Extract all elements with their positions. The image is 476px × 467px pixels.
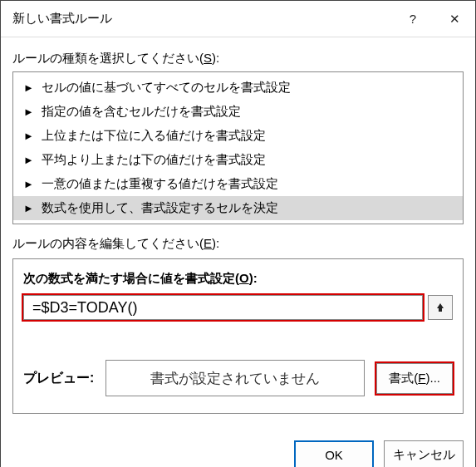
arrow-icon: ► — [23, 178, 35, 190]
format-btn-key: F — [418, 371, 425, 385]
formula-input-wrap — [23, 295, 423, 320]
cancel-button[interactable]: キャンセル — [384, 440, 464, 467]
rule-type-label: 平均より上または下の値だけを書式設定 — [42, 152, 266, 168]
format-btn-pre: 書式( — [389, 371, 418, 385]
collapse-dialog-button[interactable] — [428, 295, 453, 320]
arrow-icon: ► — [23, 81, 35, 94]
format-button[interactable]: 書式(F)... — [376, 363, 453, 394]
rule-type-label: 上位または下位に入る値だけを書式設定 — [42, 128, 266, 144]
rule-type-label-post: ): — [212, 51, 219, 65]
formula-label-key: O — [239, 271, 249, 285]
rule-edit-label-pre: ルールの内容を編集してください( — [12, 236, 204, 250]
rule-edit-label-key: E — [204, 236, 212, 250]
preview-label: プレビュー: — [23, 370, 94, 387]
format-btn-post: )... — [426, 371, 441, 385]
window-title: 新しい書式ルール — [12, 11, 392, 27]
rule-type-item[interactable]: ►数式を使用して、書式設定するセルを決定 — [13, 196, 463, 220]
rule-type-item[interactable]: ►指定の値を含むセルだけを書式設定 — [13, 100, 463, 124]
preview-row: プレビュー: 書式が設定されていません 書式(F)... — [23, 360, 453, 396]
rule-type-label-key: S — [204, 51, 212, 65]
help-icon[interactable]: ? — [392, 1, 434, 37]
rule-edit-box: 次の数式を満たす場合に値を書式設定(O): プレビュー: 書式が設定されていませ… — [12, 258, 464, 414]
arrow-icon: ► — [23, 202, 35, 214]
arrow-icon: ► — [23, 130, 35, 142]
rule-type-label: 数式を使用して、書式設定するセルを決定 — [42, 200, 278, 216]
rule-edit-label-post: ): — [212, 236, 219, 250]
dialog-footer: OK キャンセル — [1, 429, 475, 467]
rule-type-listbox[interactable]: ►セルの値に基づいてすべてのセルを書式設定 ►指定の値を含むセルだけを書式設定 … — [12, 71, 464, 224]
rule-type-label: 一意の値または重複する値だけを書式設定 — [42, 176, 278, 192]
formula-label-post: ): — [249, 271, 258, 285]
close-icon[interactable]: ✕ — [434, 1, 475, 37]
rule-type-section-label: ルールの種類を選択してください(S): — [12, 51, 464, 66]
rule-type-label: セルの値に基づいてすべてのセルを書式設定 — [42, 80, 291, 96]
dialog-new-format-rule: 新しい書式ルール ? ✕ ルールの種類を選択してください(S): ►セルの値に基… — [0, 0, 476, 467]
arrow-icon: ► — [23, 154, 35, 166]
formula-label-pre: 次の数式を満たす場合に値を書式設定( — [23, 271, 239, 285]
content-area: ルールの種類を選択してください(S): ►セルの値に基づいてすべてのセルを書式設… — [1, 37, 475, 429]
rule-edit-section-label: ルールの内容を編集してください(E): — [12, 236, 464, 252]
ok-button[interactable]: OK — [294, 440, 374, 467]
rule-type-item[interactable]: ►一意の値または重複する値だけを書式設定 — [13, 172, 463, 196]
arrow-icon: ► — [23, 106, 35, 118]
formula-input[interactable] — [31, 298, 415, 317]
rule-type-label: 指定の値を含むセルだけを書式設定 — [42, 104, 241, 120]
titlebar: 新しい書式ルール ? ✕ — [1, 1, 475, 37]
rule-type-item[interactable]: ►平均より上または下の値だけを書式設定 — [13, 148, 463, 172]
preview-box: 書式が設定されていません — [106, 360, 365, 396]
collapse-icon — [434, 302, 446, 313]
formula-label: 次の数式を満たす場合に値を書式設定(O): — [23, 271, 453, 287]
rule-type-label-pre: ルールの種類を選択してください( — [12, 51, 204, 65]
formula-row — [23, 295, 453, 320]
rule-type-item[interactable]: ►上位または下位に入る値だけを書式設定 — [13, 124, 463, 148]
rule-type-item[interactable]: ►セルの値に基づいてすべてのセルを書式設定 — [13, 76, 463, 100]
